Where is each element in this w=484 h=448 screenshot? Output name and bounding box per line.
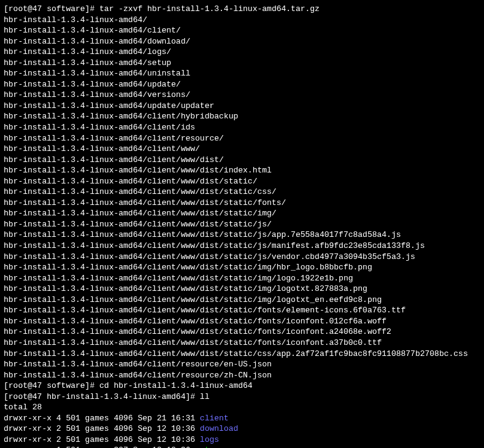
terminal-line: hbr-install-1.3.4-linux-amd64/client/www… [4,305,480,316]
terminal-output: hbr-install-1.3.4-linux-amd64/ [4,15,147,25]
terminal-output: hbr-install-1.3.4-linux-amd64/logs/ [4,47,171,56]
terminal-output: hbr-install-1.3.4-linux-amd64/client/www… [4,284,367,293]
terminal-line: hbr-install-1.3.4-linux-amd64/download/ [4,36,480,47]
terminal-line: hbr-install-1.3.4-linux-amd64/setup [4,58,480,69]
terminal-line: hbr-install-1.3.4-linux-amd64/client/res… [4,359,480,370]
terminal-output: hbr-install-1.3.4-linux-amd64/client/www… [4,166,272,175]
shell-command: tar -zxvf hbr-install-1.3.4-linux-amd64.… [99,4,320,14]
terminal-line: drwxr-xr-x 2 501 games 4096 Sep 12 10:36… [4,434,480,446]
shell-command: ll [200,392,210,401]
terminal-line: hbr-install-1.3.4-linux-amd64/client/www… [4,349,480,360]
terminal-line: drwxr-xr-x 4 501 games 4096 Sep 21 16:31… [4,413,480,424]
terminal-window[interactable]: [root@47 software]# tar -zxvf hbr-instal… [4,4,480,448]
terminal-output: hbr-install-1.3.4-linux-amd64/client/www… [4,327,391,336]
terminal-output: hbr-install-1.3.4-linux-amd64/client/www… [4,187,277,196]
ls-metadata: -rwxr-xr-x 1 501 games 307 Sep 12 10:36 [4,446,195,448]
terminal-line: -rwxr-xr-x 1 501 games 307 Sep 12 10:36 … [4,445,480,448]
ls-filename: logs [200,435,219,444]
terminal-output: hbr-install-1.3.4-linux-amd64/client/res… [4,360,272,369]
terminal-output: hbr-install-1.3.4-linux-amd64/versions/ [4,90,190,99]
terminal-output: hbr-install-1.3.4-linux-amd64/client/www… [4,274,353,283]
ls-metadata: drwxr-xr-x 4 501 games 4096 Sep 21 16:31 [4,414,200,423]
terminal-line: hbr-install-1.3.4-linux-amd64/client/www… [4,338,480,349]
terminal-line: hbr-install-1.3.4-linux-amd64/client/www… [4,316,480,327]
terminal-line: [root@47 software]# cd hbr-install-1.3.4… [4,380,480,392]
terminal-line: hbr-install-1.3.4-linux-amd64/versions/ [4,90,480,101]
terminal-output: hbr-install-1.3.4-linux-amd64/client/www… [4,177,257,186]
terminal-output: hbr-install-1.3.4-linux-amd64/client/res… [4,371,272,380]
terminal-output: hbr-install-1.3.4-linux-amd64/client/www… [4,338,382,347]
terminal-line: hbr-install-1.3.4-linux-amd64/client/www… [4,252,480,263]
terminal-line: hbr-install-1.3.4-linux-amd64/client/res… [4,370,480,381]
terminal-line: hbr-install-1.3.4-linux-amd64/ [4,15,480,26]
terminal-output: hbr-install-1.3.4-linux-amd64/client/www… [4,263,372,272]
terminal-line: hbr-install-1.3.4-linux-amd64/update/upd… [4,101,480,112]
terminal-line: hbr-install-1.3.4-linux-amd64/client/www… [4,219,480,230]
terminal-line: hbr-install-1.3.4-linux-amd64/client/www… [4,208,480,219]
terminal-line: hbr-install-1.3.4-linux-amd64/client/ [4,25,480,36]
terminal-output: hbr-install-1.3.4-linux-amd64/client/www… [4,252,415,261]
terminal-line: [root@47 hbr-install-1.3.4-linux-amd64]#… [4,392,480,403]
ls-filename: client [200,414,229,423]
terminal-output: hbr-install-1.3.4-linux-amd64/update/ [4,80,181,89]
terminal-line: hbr-install-1.3.4-linux-amd64/client/www… [4,155,480,166]
terminal-line: hbr-install-1.3.4-linux-amd64/client/res… [4,133,480,144]
terminal-output: hbr-install-1.3.4-linux-amd64/client/www… [4,230,401,239]
terminal-line: hbr-install-1.3.4-linux-amd64/client/www… [4,165,480,176]
terminal-output: total 28 [4,403,42,412]
terminal-output: hbr-install-1.3.4-linux-amd64/client/www… [4,349,468,358]
terminal-output: hbr-install-1.3.4-linux-amd64/client/hyb… [4,112,238,121]
terminal-line: hbr-install-1.3.4-linux-amd64/client/www… [4,273,480,284]
terminal-line: hbr-install-1.3.4-linux-amd64/uninstall [4,68,480,79]
shell-prompt: [root@47 software]# [4,4,99,14]
terminal-output: hbr-install-1.3.4-linux-amd64/client/www… [4,241,425,250]
terminal-output: hbr-install-1.3.4-linux-amd64/client/www… [4,209,277,218]
terminal-line: hbr-install-1.3.4-linux-amd64/client/www… [4,284,480,295]
terminal-line: hbr-install-1.3.4-linux-amd64/update/ [4,79,480,90]
terminal-output: hbr-install-1.3.4-linux-amd64/client/www… [4,144,200,153]
terminal-line: hbr-install-1.3.4-linux-amd64/client/www… [4,295,480,306]
terminal-line: hbr-install-1.3.4-linux-amd64/client/www… [4,241,480,252]
terminal-output: hbr-install-1.3.4-linux-amd64/client/ [4,26,181,35]
terminal-line: hbr-install-1.3.4-linux-amd64/client/hyb… [4,111,480,122]
terminal-output: hbr-install-1.3.4-linux-amd64/client/www… [4,306,405,315]
terminal-line: drwxr-xr-x 2 501 games 4096 Sep 12 10:36… [4,423,480,434]
terminal-line: hbr-install-1.3.4-linux-amd64/client/www… [4,176,480,187]
terminal-output: hbr-install-1.3.4-linux-amd64/uninstall [4,69,190,78]
terminal-line: hbr-install-1.3.4-linux-amd64/logs/ [4,47,480,58]
terminal-output: hbr-install-1.3.4-linux-amd64/setup [4,58,171,68]
terminal-line: hbr-install-1.3.4-linux-amd64/client/www… [4,230,480,241]
terminal-output: hbr-install-1.3.4-linux-amd64/client/ids [4,123,195,132]
terminal-line: [root@47 software]# tar -zxvf hbr-instal… [4,4,480,15]
terminal-output: hbr-install-1.3.4-linux-amd64/client/www… [4,155,224,164]
terminal-output: hbr-install-1.3.4-linux-amd64/client/res… [4,134,224,143]
terminal-output: hbr-install-1.3.4-linux-amd64/download/ [4,37,190,46]
terminal-line: hbr-install-1.3.4-linux-amd64/client/ids [4,122,480,133]
terminal-output: hbr-install-1.3.4-linux-amd64/update/upd… [4,101,214,110]
shell-prompt: [root@47 software]# [4,381,99,390]
ls-metadata: drwxr-xr-x 2 501 games 4096 Sep 12 10:36 [4,435,200,444]
terminal-line: hbr-install-1.3.4-linux-amd64/client/www… [4,187,480,198]
ls-metadata: drwxr-xr-x 2 501 games 4096 Sep 12 10:36 [4,424,200,433]
ls-filename: download [200,424,238,433]
terminal-output: hbr-install-1.3.4-linux-amd64/client/www… [4,220,272,229]
shell-command: cd hbr-install-1.3.4-linux-amd64 [99,381,253,390]
terminal-output: hbr-install-1.3.4-linux-amd64/client/www… [4,295,382,304]
terminal-line: total 28 [4,402,480,413]
terminal-output: hbr-install-1.3.4-linux-amd64/client/www… [4,317,386,326]
terminal-line: hbr-install-1.3.4-linux-amd64/client/www… [4,198,480,209]
terminal-line: hbr-install-1.3.4-linux-amd64/client/www… [4,326,480,338]
terminal-line: hbr-install-1.3.4-linux-amd64/client/www… [4,144,480,155]
terminal-line: hbr-install-1.3.4-linux-amd64/client/www… [4,262,480,273]
shell-prompt: [root@47 hbr-install-1.3.4-linux-amd64]# [4,392,200,401]
terminal-output: hbr-install-1.3.4-linux-amd64/client/www… [4,198,286,207]
ls-filename: setup [195,446,219,448]
